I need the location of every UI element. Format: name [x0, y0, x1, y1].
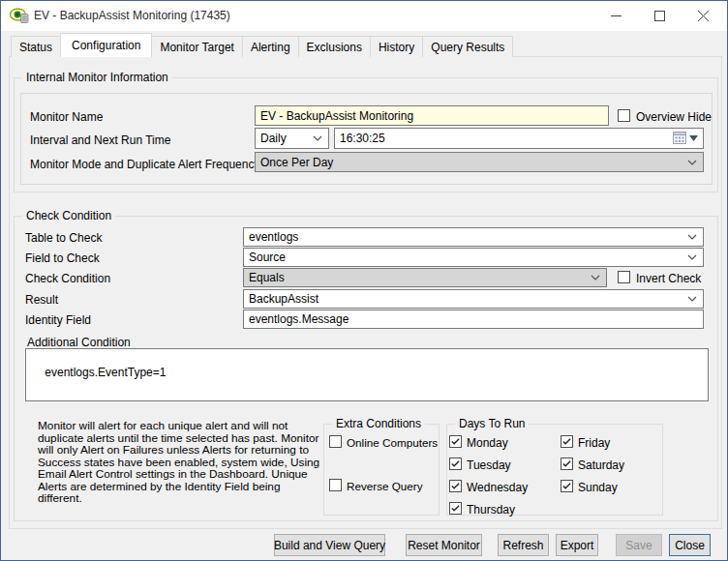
maximize-icon — [654, 11, 665, 21]
field-to-check-value: Source — [249, 251, 286, 264]
close-button[interactable] — [682, 1, 725, 30]
group-title: Days To Run — [455, 417, 529, 430]
result-value: BackupAssist — [249, 292, 318, 306]
close-dialog-button[interactable]: Close — [669, 534, 711, 556]
tab-label: Query Results — [431, 41, 504, 54]
button-label: Save — [625, 539, 652, 552]
friday-label: Friday — [578, 436, 610, 450]
friday-checkbox[interactable] — [561, 435, 573, 448]
identity-field-label: Identity Field — [25, 313, 91, 327]
check-icon — [450, 458, 461, 469]
monitor-mode-dropdown[interactable]: Once Per Day — [255, 152, 704, 172]
result-dropdown[interactable]: BackupAssist — [243, 289, 704, 309]
monitor-name-value: EV - BackupAssist Monitoring — [260, 109, 413, 123]
thursday-label: Thursday — [467, 503, 515, 517]
reverse-query-label: Reverse Query — [347, 480, 423, 492]
app-eye-icon — [10, 8, 29, 23]
next-run-time-input[interactable]: 16:30:25 — [334, 128, 704, 149]
tab-label: Configuration — [72, 39, 140, 52]
maximize-button[interactable] — [638, 1, 682, 30]
tab-strip: Status Configuration Monitor Target Aler… — [11, 33, 512, 57]
check-condition-dropdown[interactable]: Equals — [243, 268, 607, 287]
monitor-name-input[interactable]: EV - BackupAssist Monitoring — [255, 105, 609, 126]
invert-check-checkbox[interactable] — [618, 271, 630, 283]
overview-hide-checkbox[interactable] — [618, 109, 630, 122]
sunday-label: Sunday — [578, 481, 618, 494]
datetime-picker-controls[interactable] — [673, 132, 698, 144]
group-title: Extra Conditions — [332, 417, 425, 430]
title-bar: EV - BackupAssist Monitoring (17435) — [1, 1, 727, 31]
check-icon — [450, 481, 461, 491]
monitor-info-text: Monitor will alert for each unique alert… — [38, 420, 325, 505]
monday-checkbox[interactable] — [449, 435, 462, 448]
tab-status[interactable]: Status — [11, 36, 61, 57]
check-icon — [450, 436, 461, 447]
group-title: Internal Monitor Information — [22, 71, 172, 84]
table-to-check-value: eventlogs — [249, 230, 298, 244]
field-to-check-label: Field to Check — [25, 251, 100, 265]
invert-check-label: Invert Check — [636, 272, 701, 285]
button-label: Reset Monitor — [408, 539, 480, 552]
dropdown-arrow-icon — [689, 135, 698, 141]
monday-label: Monday — [467, 436, 508, 450]
save-button: Save — [616, 534, 662, 556]
field-to-check-dropdown[interactable]: Source — [243, 248, 704, 267]
monitor-mode-label: Monitor Mode and Duplicate Alert Frequen… — [30, 158, 259, 171]
online-computers-label: Online Computers — [347, 436, 438, 449]
check-icon — [561, 436, 572, 447]
export-button[interactable]: Export — [556, 534, 598, 556]
thursday-checkbox[interactable] — [449, 502, 462, 515]
button-label: Build and View Query — [274, 539, 385, 552]
tab-query-results[interactable]: Query Results — [422, 36, 513, 57]
tab-exclusions[interactable]: Exclusions — [298, 36, 371, 57]
button-label: Refresh — [502, 539, 543, 552]
build-and-view-query-button[interactable]: Build and View Query — [274, 534, 385, 556]
saturday-checkbox[interactable] — [561, 458, 573, 470]
close-icon — [698, 11, 709, 21]
check-icon — [561, 481, 572, 491]
wednesday-label: Wednesday — [467, 481, 528, 494]
dialog-window: EV - BackupAssist Monitoring (17435) Sta… — [0, 0, 728, 561]
saturday-label: Saturday — [578, 458, 624, 472]
tab-history[interactable]: History — [370, 36, 423, 57]
chevron-down-icon — [687, 160, 697, 165]
next-run-time-value: 16:30:25 — [340, 132, 385, 145]
check-icon — [561, 458, 572, 469]
window-title: EV - BackupAssist Monitoring (17435) — [34, 9, 230, 22]
identity-field-input[interactable]: eventlogs.Message — [243, 310, 704, 329]
tab-configuration[interactable]: Configuration — [60, 33, 152, 57]
additional-condition-label: Additional Condition — [27, 336, 131, 349]
button-label: Close — [675, 539, 705, 552]
interval-dropdown[interactable]: Daily — [255, 128, 329, 149]
table-to-check-label: Table to Check — [25, 231, 102, 245]
chevron-down-icon — [687, 254, 697, 260]
interval-value: Daily — [260, 132, 287, 145]
reverse-query-checkbox[interactable] — [329, 479, 342, 491]
check-icon — [450, 503, 461, 514]
tab-monitor-target[interactable]: Monitor Target — [151, 36, 242, 57]
check-condition-label: Check Condition — [25, 272, 110, 285]
online-computers-checkbox[interactable] — [329, 435, 342, 448]
table-to-check-dropdown[interactable]: eventlogs — [243, 227, 704, 247]
additional-condition-textarea[interactable]: eventlogs.EventType=1 — [25, 348, 709, 401]
tuesday-label: Tuesday — [467, 458, 511, 472]
chevron-down-icon — [687, 234, 697, 240]
minimize-icon — [611, 11, 622, 21]
reset-monitor-button[interactable]: Reset Monitor — [406, 534, 482, 556]
refresh-button[interactable]: Refresh — [498, 534, 549, 556]
sunday-checkbox[interactable] — [561, 480, 573, 492]
group-title: Check Condition — [22, 209, 115, 222]
check-condition-value: Equals — [249, 271, 285, 284]
tuesday-checkbox[interactable] — [449, 458, 462, 470]
button-label: Export — [561, 539, 594, 552]
tab-label: Monitor Target — [160, 41, 233, 54]
chevron-down-icon — [313, 135, 322, 141]
monitor-mode-value: Once Per Day — [260, 156, 333, 169]
tab-label: Alerting — [251, 41, 290, 54]
minimize-button[interactable] — [594, 1, 638, 30]
tab-alerting[interactable]: Alerting — [242, 36, 299, 57]
monitor-name-label: Monitor Name — [30, 110, 103, 124]
calendar-icon — [673, 132, 686, 144]
wednesday-checkbox[interactable] — [449, 480, 462, 492]
tab-label: History — [379, 41, 414, 54]
